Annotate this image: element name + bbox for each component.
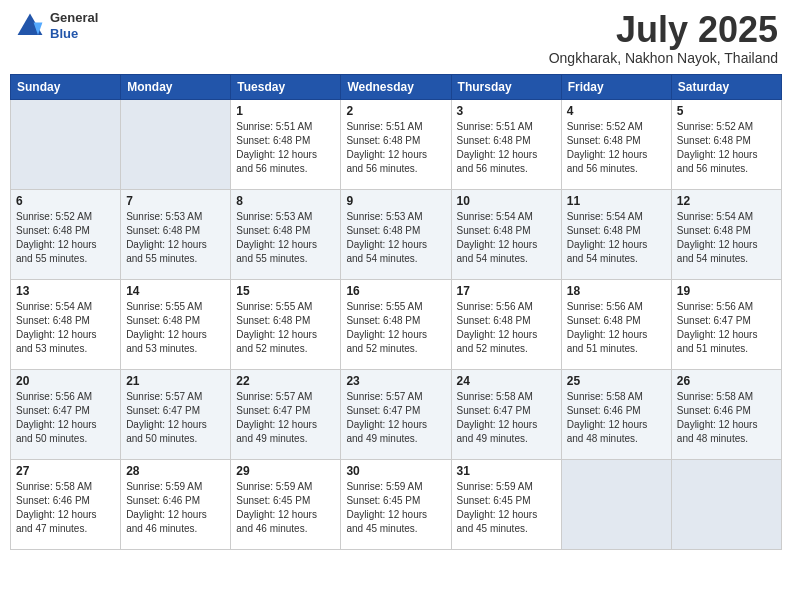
day-info: Sunrise: 5:51 AM Sunset: 6:48 PM Dayligh… <box>457 120 556 176</box>
day-header-saturday: Saturday <box>671 74 781 99</box>
day-cell: 21Sunrise: 5:57 AM Sunset: 6:47 PM Dayli… <box>121 369 231 459</box>
page-header: General Blue July 2025 Ongkharak, Nakhon… <box>10 10 782 66</box>
day-number: 14 <box>126 284 225 298</box>
day-cell: 10Sunrise: 5:54 AM Sunset: 6:48 PM Dayli… <box>451 189 561 279</box>
day-info: Sunrise: 5:57 AM Sunset: 6:47 PM Dayligh… <box>346 390 445 446</box>
day-cell: 18Sunrise: 5:56 AM Sunset: 6:48 PM Dayli… <box>561 279 671 369</box>
day-number: 12 <box>677 194 776 208</box>
day-number: 13 <box>16 284 115 298</box>
day-cell: 25Sunrise: 5:58 AM Sunset: 6:46 PM Dayli… <box>561 369 671 459</box>
day-info: Sunrise: 5:56 AM Sunset: 6:47 PM Dayligh… <box>16 390 115 446</box>
day-info: Sunrise: 5:53 AM Sunset: 6:48 PM Dayligh… <box>346 210 445 266</box>
day-info: Sunrise: 5:54 AM Sunset: 6:48 PM Dayligh… <box>16 300 115 356</box>
day-header-thursday: Thursday <box>451 74 561 99</box>
day-info: Sunrise: 5:59 AM Sunset: 6:46 PM Dayligh… <box>126 480 225 536</box>
day-cell: 30Sunrise: 5:59 AM Sunset: 6:45 PM Dayli… <box>341 459 451 549</box>
day-number: 1 <box>236 104 335 118</box>
calendar-week-row: 1Sunrise: 5:51 AM Sunset: 6:48 PM Daylig… <box>11 99 782 189</box>
day-info: Sunrise: 5:55 AM Sunset: 6:48 PM Dayligh… <box>346 300 445 356</box>
calendar-week-row: 27Sunrise: 5:58 AM Sunset: 6:46 PM Dayli… <box>11 459 782 549</box>
empty-cell <box>671 459 781 549</box>
day-number: 5 <box>677 104 776 118</box>
day-info: Sunrise: 5:58 AM Sunset: 6:46 PM Dayligh… <box>677 390 776 446</box>
calendar-week-row: 20Sunrise: 5:56 AM Sunset: 6:47 PM Dayli… <box>11 369 782 459</box>
empty-cell <box>11 99 121 189</box>
day-number: 28 <box>126 464 225 478</box>
day-info: Sunrise: 5:58 AM Sunset: 6:47 PM Dayligh… <box>457 390 556 446</box>
day-cell: 29Sunrise: 5:59 AM Sunset: 6:45 PM Dayli… <box>231 459 341 549</box>
day-info: Sunrise: 5:51 AM Sunset: 6:48 PM Dayligh… <box>346 120 445 176</box>
calendar-header-row: SundayMondayTuesdayWednesdayThursdayFrid… <box>11 74 782 99</box>
day-info: Sunrise: 5:53 AM Sunset: 6:48 PM Dayligh… <box>236 210 335 266</box>
empty-cell <box>121 99 231 189</box>
day-cell: 31Sunrise: 5:59 AM Sunset: 6:45 PM Dayli… <box>451 459 561 549</box>
day-cell: 22Sunrise: 5:57 AM Sunset: 6:47 PM Dayli… <box>231 369 341 459</box>
day-cell: 6Sunrise: 5:52 AM Sunset: 6:48 PM Daylig… <box>11 189 121 279</box>
day-number: 6 <box>16 194 115 208</box>
day-number: 10 <box>457 194 556 208</box>
day-cell: 2Sunrise: 5:51 AM Sunset: 6:48 PM Daylig… <box>341 99 451 189</box>
day-info: Sunrise: 5:53 AM Sunset: 6:48 PM Dayligh… <box>126 210 225 266</box>
day-cell: 13Sunrise: 5:54 AM Sunset: 6:48 PM Dayli… <box>11 279 121 369</box>
logo: General Blue <box>14 10 98 42</box>
day-number: 9 <box>346 194 445 208</box>
day-number: 27 <box>16 464 115 478</box>
day-cell: 17Sunrise: 5:56 AM Sunset: 6:48 PM Dayli… <box>451 279 561 369</box>
day-info: Sunrise: 5:57 AM Sunset: 6:47 PM Dayligh… <box>126 390 225 446</box>
day-info: Sunrise: 5:56 AM Sunset: 6:48 PM Dayligh… <box>567 300 666 356</box>
day-info: Sunrise: 5:57 AM Sunset: 6:47 PM Dayligh… <box>236 390 335 446</box>
day-number: 23 <box>346 374 445 388</box>
day-number: 15 <box>236 284 335 298</box>
calendar-table: SundayMondayTuesdayWednesdayThursdayFrid… <box>10 74 782 550</box>
empty-cell <box>561 459 671 549</box>
day-info: Sunrise: 5:51 AM Sunset: 6:48 PM Dayligh… <box>236 120 335 176</box>
day-number: 24 <box>457 374 556 388</box>
day-cell: 3Sunrise: 5:51 AM Sunset: 6:48 PM Daylig… <box>451 99 561 189</box>
day-cell: 24Sunrise: 5:58 AM Sunset: 6:47 PM Dayli… <box>451 369 561 459</box>
day-cell: 1Sunrise: 5:51 AM Sunset: 6:48 PM Daylig… <box>231 99 341 189</box>
calendar-week-row: 13Sunrise: 5:54 AM Sunset: 6:48 PM Dayli… <box>11 279 782 369</box>
logo-text: General Blue <box>50 10 98 41</box>
day-cell: 26Sunrise: 5:58 AM Sunset: 6:46 PM Dayli… <box>671 369 781 459</box>
day-info: Sunrise: 5:54 AM Sunset: 6:48 PM Dayligh… <box>457 210 556 266</box>
day-number: 3 <box>457 104 556 118</box>
day-info: Sunrise: 5:58 AM Sunset: 6:46 PM Dayligh… <box>567 390 666 446</box>
day-number: 4 <box>567 104 666 118</box>
day-number: 11 <box>567 194 666 208</box>
day-number: 18 <box>567 284 666 298</box>
day-number: 21 <box>126 374 225 388</box>
day-cell: 27Sunrise: 5:58 AM Sunset: 6:46 PM Dayli… <box>11 459 121 549</box>
day-info: Sunrise: 5:56 AM Sunset: 6:47 PM Dayligh… <box>677 300 776 356</box>
day-info: Sunrise: 5:54 AM Sunset: 6:48 PM Dayligh… <box>567 210 666 266</box>
day-cell: 19Sunrise: 5:56 AM Sunset: 6:47 PM Dayli… <box>671 279 781 369</box>
calendar-title: July 2025 <box>549 10 778 50</box>
day-number: 17 <box>457 284 556 298</box>
day-cell: 16Sunrise: 5:55 AM Sunset: 6:48 PM Dayli… <box>341 279 451 369</box>
day-number: 30 <box>346 464 445 478</box>
day-number: 20 <box>16 374 115 388</box>
day-number: 2 <box>346 104 445 118</box>
day-info: Sunrise: 5:52 AM Sunset: 6:48 PM Dayligh… <box>677 120 776 176</box>
day-info: Sunrise: 5:52 AM Sunset: 6:48 PM Dayligh… <box>567 120 666 176</box>
day-cell: 5Sunrise: 5:52 AM Sunset: 6:48 PM Daylig… <box>671 99 781 189</box>
day-info: Sunrise: 5:59 AM Sunset: 6:45 PM Dayligh… <box>346 480 445 536</box>
day-info: Sunrise: 5:58 AM Sunset: 6:46 PM Dayligh… <box>16 480 115 536</box>
day-number: 22 <box>236 374 335 388</box>
day-number: 19 <box>677 284 776 298</box>
day-cell: 20Sunrise: 5:56 AM Sunset: 6:47 PM Dayli… <box>11 369 121 459</box>
day-header-wednesday: Wednesday <box>341 74 451 99</box>
day-cell: 11Sunrise: 5:54 AM Sunset: 6:48 PM Dayli… <box>561 189 671 279</box>
day-cell: 9Sunrise: 5:53 AM Sunset: 6:48 PM Daylig… <box>341 189 451 279</box>
day-info: Sunrise: 5:54 AM Sunset: 6:48 PM Dayligh… <box>677 210 776 266</box>
day-info: Sunrise: 5:56 AM Sunset: 6:48 PM Dayligh… <box>457 300 556 356</box>
logo-blue-text: Blue <box>50 26 98 42</box>
day-cell: 8Sunrise: 5:53 AM Sunset: 6:48 PM Daylig… <box>231 189 341 279</box>
day-cell: 23Sunrise: 5:57 AM Sunset: 6:47 PM Dayli… <box>341 369 451 459</box>
day-header-tuesday: Tuesday <box>231 74 341 99</box>
day-number: 8 <box>236 194 335 208</box>
calendar-week-row: 6Sunrise: 5:52 AM Sunset: 6:48 PM Daylig… <box>11 189 782 279</box>
day-info: Sunrise: 5:52 AM Sunset: 6:48 PM Dayligh… <box>16 210 115 266</box>
day-header-friday: Friday <box>561 74 671 99</box>
calendar-location: Ongkharak, Nakhon Nayok, Thailand <box>549 50 778 66</box>
day-info: Sunrise: 5:55 AM Sunset: 6:48 PM Dayligh… <box>126 300 225 356</box>
